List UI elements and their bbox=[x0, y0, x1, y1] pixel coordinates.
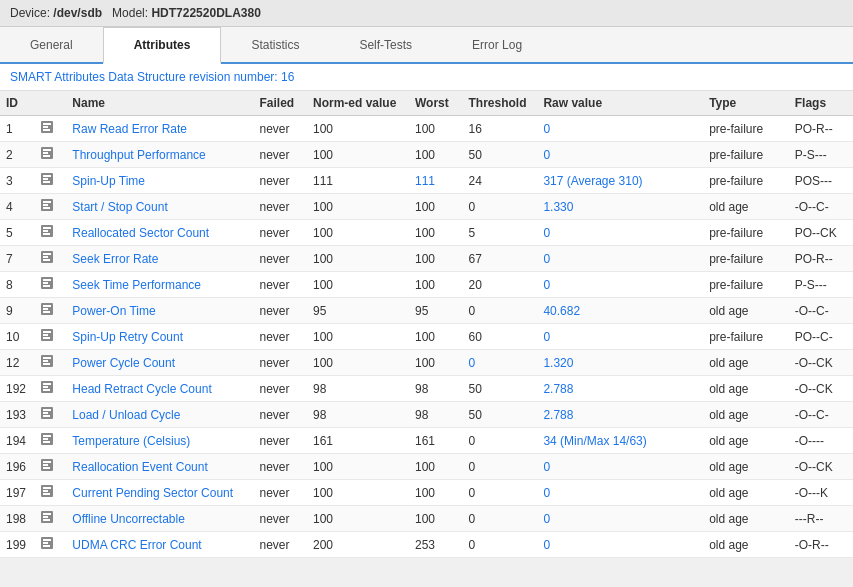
tab-self-tests[interactable]: Self-Tests bbox=[329, 27, 442, 62]
svg-rect-67 bbox=[43, 545, 50, 547]
table-row: 198Offline Uncorrectablenever10010000old… bbox=[0, 506, 853, 532]
cell-flag bbox=[34, 480, 66, 506]
svg-rect-37 bbox=[43, 357, 51, 359]
flag-icon bbox=[40, 510, 54, 524]
cell-flags: -O--CK bbox=[789, 454, 853, 480]
cell-threshold: 50 bbox=[462, 142, 537, 168]
svg-rect-25 bbox=[43, 279, 51, 281]
cell-failed: never bbox=[254, 454, 307, 480]
cell-name[interactable]: Power Cycle Count bbox=[66, 350, 253, 376]
cell-flag bbox=[34, 272, 66, 298]
cell-threshold: 0 bbox=[462, 532, 537, 558]
cell-raw: 0 bbox=[537, 142, 703, 168]
cell-worst: 161 bbox=[409, 428, 462, 454]
revision-number: 16 bbox=[281, 70, 294, 84]
cell-threshold: 0 bbox=[462, 350, 537, 376]
cell-failed: never bbox=[254, 272, 307, 298]
table-row: 192Head Retract Cycle Countnever9898502.… bbox=[0, 376, 853, 402]
cell-name[interactable]: Spin-Up Time bbox=[66, 168, 253, 194]
cell-normed: 100 bbox=[307, 246, 409, 272]
cell-failed: never bbox=[254, 168, 307, 194]
cell-name[interactable]: Start / Stop Count bbox=[66, 194, 253, 220]
cell-flag bbox=[34, 298, 66, 324]
svg-rect-15 bbox=[43, 207, 50, 209]
cell-raw: 0 bbox=[537, 246, 703, 272]
cell-name[interactable]: Offline Uncorrectable bbox=[66, 506, 253, 532]
cell-name[interactable]: Head Retract Cycle Count bbox=[66, 376, 253, 402]
cell-threshold: 24 bbox=[462, 168, 537, 194]
cell-flags: P-S--- bbox=[789, 272, 853, 298]
svg-rect-63 bbox=[43, 519, 50, 521]
cell-failed: never bbox=[254, 480, 307, 506]
cell-threshold: 16 bbox=[462, 116, 537, 142]
cell-raw: 2.788 bbox=[537, 376, 703, 402]
cell-flag bbox=[34, 220, 66, 246]
cell-type: old age bbox=[703, 376, 789, 402]
cell-normed: 98 bbox=[307, 376, 409, 402]
cell-name[interactable]: Seek Time Performance bbox=[66, 272, 253, 298]
cell-normed: 100 bbox=[307, 506, 409, 532]
svg-rect-7 bbox=[43, 155, 50, 157]
tab-bar: General Attributes Statistics Self-Tests… bbox=[0, 27, 853, 64]
device-value: /dev/sdb bbox=[53, 6, 102, 20]
cell-raw: 0 bbox=[537, 324, 703, 350]
cell-normed: 100 bbox=[307, 142, 409, 168]
cell-name[interactable]: Raw Read Error Rate bbox=[66, 116, 253, 142]
cell-raw: 40.682 bbox=[537, 298, 703, 324]
cell-name[interactable]: Power-On Time bbox=[66, 298, 253, 324]
svg-rect-57 bbox=[43, 487, 51, 489]
cell-flags: PO-R-- bbox=[789, 116, 853, 142]
cell-flags: -O--C- bbox=[789, 402, 853, 428]
flag-icon bbox=[40, 484, 54, 498]
cell-flag bbox=[34, 376, 66, 402]
cell-worst: 98 bbox=[409, 402, 462, 428]
cell-normed: 100 bbox=[307, 116, 409, 142]
cell-normed: 98 bbox=[307, 402, 409, 428]
svg-rect-62 bbox=[43, 516, 48, 518]
table-row: 3Spin-Up Timenever11111124317 (Average 3… bbox=[0, 168, 853, 194]
cell-name[interactable]: UDMA CRC Error Count bbox=[66, 532, 253, 558]
cell-name[interactable]: Throughput Performance bbox=[66, 142, 253, 168]
cell-flag bbox=[34, 428, 66, 454]
cell-name[interactable]: Current Pending Sector Count bbox=[66, 480, 253, 506]
tab-statistics[interactable]: Statistics bbox=[221, 27, 329, 62]
tab-error-log[interactable]: Error Log bbox=[442, 27, 552, 62]
cell-name[interactable]: Reallocation Event Count bbox=[66, 454, 253, 480]
cell-worst: 100 bbox=[409, 272, 462, 298]
cell-name[interactable]: Reallocated Sector Count bbox=[66, 220, 253, 246]
cell-threshold: 0 bbox=[462, 480, 537, 506]
col-worst: Worst bbox=[409, 91, 462, 116]
cell-flags: -O--CK bbox=[789, 350, 853, 376]
tab-attributes[interactable]: Attributes bbox=[103, 27, 222, 64]
cell-raw: 34 (Min/Max 14/63) bbox=[537, 428, 703, 454]
cell-threshold: 0 bbox=[462, 454, 537, 480]
table-row: 2Throughput Performancenever100100500pre… bbox=[0, 142, 853, 168]
cell-worst: 100 bbox=[409, 350, 462, 376]
cell-raw: 0 bbox=[537, 272, 703, 298]
cell-id: 194 bbox=[0, 428, 34, 454]
cell-flag bbox=[34, 116, 66, 142]
table-row: 199UDMA CRC Error Countnever20025300old … bbox=[0, 532, 853, 558]
svg-rect-14 bbox=[43, 204, 48, 206]
svg-rect-27 bbox=[43, 285, 50, 287]
svg-rect-19 bbox=[43, 233, 50, 235]
table-row: 7Seek Error Ratenever100100670pre-failur… bbox=[0, 246, 853, 272]
cell-threshold: 60 bbox=[462, 324, 537, 350]
device-label: Device: bbox=[10, 6, 50, 20]
main-content: SMART Attributes Data Structure revision… bbox=[0, 64, 853, 558]
cell-failed: never bbox=[254, 298, 307, 324]
cell-flags: -O---K bbox=[789, 480, 853, 506]
cell-name[interactable]: Seek Error Rate bbox=[66, 246, 253, 272]
cell-name[interactable]: Spin-Up Retry Count bbox=[66, 324, 253, 350]
svg-rect-35 bbox=[43, 337, 50, 339]
flag-icon bbox=[40, 354, 54, 368]
cell-id: 1 bbox=[0, 116, 34, 142]
tab-general[interactable]: General bbox=[0, 27, 103, 62]
cell-flags: -O--CK bbox=[789, 376, 853, 402]
col-normed: Norm-ed value bbox=[307, 91, 409, 116]
cell-name[interactable]: Load / Unload Cycle bbox=[66, 402, 253, 428]
cell-normed: 100 bbox=[307, 480, 409, 506]
cell-id: 8 bbox=[0, 272, 34, 298]
cell-normed: 100 bbox=[307, 324, 409, 350]
cell-name[interactable]: Temperature (Celsius) bbox=[66, 428, 253, 454]
